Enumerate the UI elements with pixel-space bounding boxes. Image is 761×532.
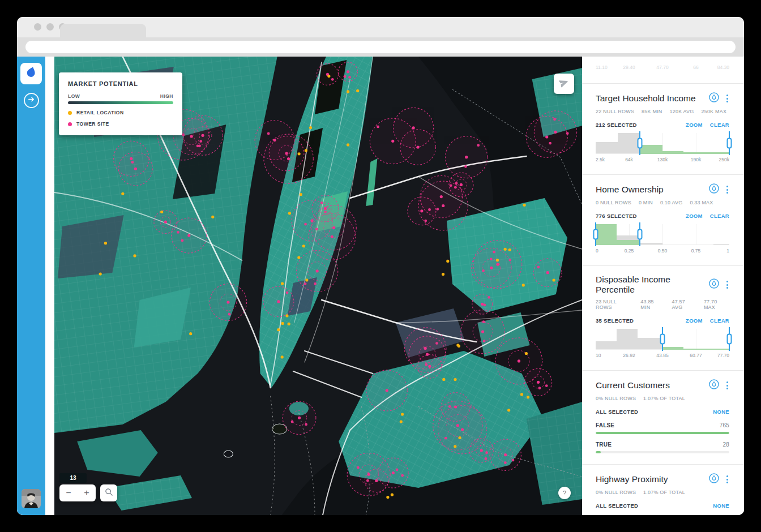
- help-button[interactable]: ?: [558, 487, 571, 499]
- histogram-target-household-income: 2.5k64k130k190k250k: [596, 133, 729, 164]
- panel-menu-icon[interactable]: [725, 380, 729, 391]
- retail-location-dot: [305, 149, 307, 152]
- range-slider-handle[interactable]: [727, 138, 732, 149]
- retail-location-dot: [302, 244, 305, 247]
- tower-site-dot: [546, 271, 549, 274]
- zoom-in-button[interactable]: +: [78, 484, 96, 501]
- clear-link[interactable]: CLEAR: [710, 213, 729, 219]
- zoom-link[interactable]: ZOOM: [686, 213, 703, 219]
- panel-menu-icon[interactable]: [725, 185, 729, 195]
- filter-panel-current-customers: Current Customers 0% NULL ROWS 1.07% OF …: [582, 371, 744, 464]
- tower-site-dot: [481, 331, 484, 333]
- retail-location-dot: [522, 284, 525, 286]
- filter-droplet-icon[interactable]: [709, 473, 719, 486]
- range-slider-handle[interactable]: [660, 334, 665, 345]
- retail-location-dot: [523, 204, 525, 207]
- none-link[interactable]: NONE: [713, 503, 729, 509]
- retail-location-dot: [305, 278, 308, 281]
- range-slider-handle[interactable]: [727, 334, 732, 345]
- zoom-link[interactable]: ZOOM: [686, 122, 703, 128]
- range-slider-handle[interactable]: [593, 229, 598, 240]
- category-row-false[interactable]: FALSE 765: [596, 422, 729, 434]
- clear-link[interactable]: CLEAR: [710, 122, 729, 128]
- retail-location-dot: [300, 193, 302, 196]
- app-left-rail: [17, 57, 45, 515]
- tower-site-dot: [566, 132, 569, 135]
- legend-item-label: TOWER SITE: [76, 121, 109, 127]
- histogram-bar-selected: [640, 145, 662, 153]
- range-slider-handle[interactable]: [637, 229, 642, 240]
- browser-tab[interactable]: [60, 24, 146, 37]
- retail-location-dot: [99, 272, 102, 275]
- tower-site-dot: [226, 301, 229, 303]
- tower-site-dot: [391, 140, 394, 143]
- histogram-bar-unselected: [596, 142, 618, 153]
- tower-site-dot: [332, 226, 335, 229]
- tower-site-dot: [448, 405, 451, 408]
- tower-site-dot: [367, 473, 370, 476]
- axis-tick: 84.30: [717, 65, 729, 70]
- stat-avg: 120K AVG: [670, 109, 694, 114]
- panel-menu-icon[interactable]: [725, 93, 729, 104]
- filter-panel-disposable-income: Disposable Income Percentile 23 NULL ROW…: [582, 266, 744, 370]
- filter-droplet-icon[interactable]: [709, 278, 719, 291]
- axis-tick: 66: [693, 65, 698, 70]
- map-search-button[interactable]: [100, 484, 117, 501]
- histogram-chart: [596, 224, 729, 245]
- retail-location-dot: [309, 126, 312, 129]
- retail-location-dot: [454, 378, 456, 381]
- category-row-true[interactable]: TRUE 28: [596, 441, 729, 453]
- tower-site-dot: [465, 156, 468, 158]
- tower-site-dot: [455, 182, 458, 185]
- tower-site-dot: [490, 258, 493, 260]
- retail-location-dot: [356, 89, 359, 92]
- retail-location-dot: [527, 396, 529, 398]
- retail-location-dot: [121, 192, 124, 195]
- axis-tick: 43.85: [656, 353, 668, 358]
- histogram-gridline: [696, 329, 696, 349]
- filter-droplet-icon[interactable]: [709, 183, 719, 196]
- tower-site-dot: [420, 209, 423, 212]
- tower-site-dot: [177, 231, 179, 234]
- panel-menu-icon[interactable]: [725, 280, 729, 290]
- tower-site-dot: [320, 201, 323, 204]
- panel-title: Disposable Income Percentile: [596, 274, 709, 295]
- tower-site-dot: [315, 228, 318, 231]
- none-link[interactable]: NONE: [713, 409, 729, 415]
- address-bar[interactable]: [25, 41, 736, 53]
- filter-droplet-icon[interactable]: [709, 92, 719, 105]
- legend-title: MARKET POTENTIAL: [68, 80, 173, 87]
- zoom-out-button[interactable]: −: [59, 484, 78, 501]
- tower-site-dot: [483, 303, 486, 306]
- retail-location-dot: [347, 143, 349, 146]
- tower-site-dot: [504, 453, 507, 456]
- user-avatar[interactable]: [22, 489, 41, 508]
- axis-tick: 190k: [691, 157, 701, 162]
- expand-panel-button[interactable]: [24, 93, 39, 108]
- retail-location-dot: [458, 345, 460, 347]
- tower-site-dot: [428, 208, 431, 211]
- retail-location-dot: [160, 211, 163, 213]
- tower-site-dot: [482, 269, 485, 272]
- panel-menu-icon[interactable]: [725, 474, 729, 484]
- retail-location-dot: [525, 352, 528, 355]
- tower-site-dot: [444, 437, 447, 440]
- axis-tick: 0.75: [691, 248, 701, 254]
- app-logo-button[interactable]: [20, 63, 42, 84]
- zoom-link[interactable]: ZOOM: [686, 318, 703, 324]
- selected-count: ALL SELECTED: [596, 409, 638, 415]
- share-button[interactable]: [554, 74, 574, 94]
- retail-location-dot-icon: [68, 111, 72, 115]
- stat-max: 250K MAX: [701, 109, 726, 114]
- histogram-bar-selected: [596, 224, 617, 244]
- tower-site-dot: [286, 291, 289, 294]
- clear-link[interactable]: CLEAR: [710, 318, 729, 324]
- filter-droplet-icon[interactable]: [709, 379, 719, 392]
- range-slider-handle[interactable]: [637, 138, 642, 149]
- window-control-dot[interactable]: [46, 23, 54, 31]
- selected-count: ALL SELECTED: [596, 503, 638, 509]
- stat-null-rows: 0 NULL ROWS: [596, 200, 631, 205]
- window-control-dot[interactable]: [34, 23, 41, 31]
- histogram-bar-unselected: [596, 341, 617, 349]
- tower-site-dot: [190, 135, 193, 138]
